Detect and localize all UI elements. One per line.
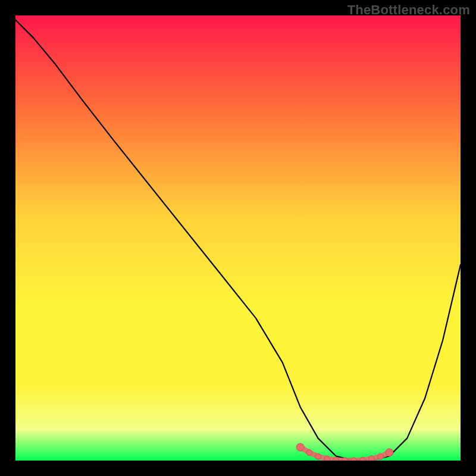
optimal-zone-marker (377, 453, 383, 459)
optimal-zone-marker (359, 457, 365, 461)
watermark-text: TheBottleneck.com (347, 2, 470, 18)
optimal-zone-marker (386, 449, 393, 456)
optimal-zone-marker (296, 443, 304, 451)
gradient-background (15, 15, 461, 461)
optimal-zone-marker (324, 456, 330, 461)
chart-frame: TheBottleneck.com (0, 0, 476, 476)
optimal-zone-marker (306, 450, 312, 456)
optimal-zone-marker (315, 453, 321, 459)
optimal-zone-marker (368, 456, 374, 461)
optimal-zone-marker (333, 457, 339, 461)
plot-area (15, 15, 461, 461)
chart-svg (15, 15, 461, 461)
